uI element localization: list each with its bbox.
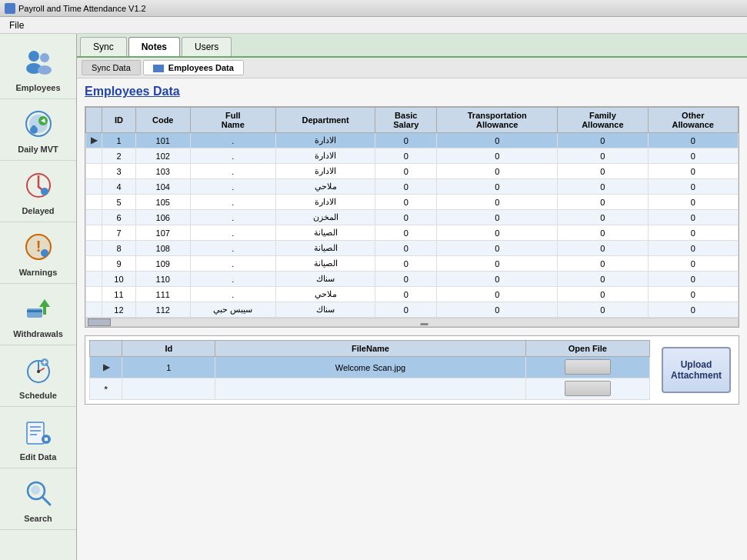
row-indicator xyxy=(86,272,102,287)
row-indicator xyxy=(86,179,102,195)
att-cell-openfile xyxy=(525,378,649,400)
cell-transportation: 0 xyxy=(437,302,558,318)
cell-basic-salary: 0 xyxy=(375,302,437,318)
cell-family: 0 xyxy=(558,195,648,210)
row-indicator xyxy=(86,256,102,272)
tab-bar: Sync Notes Users xyxy=(77,34,747,58)
cell-fullname: . xyxy=(190,133,276,148)
tab-users[interactable]: Users xyxy=(182,37,232,56)
cell-department: الصيانة xyxy=(276,241,375,256)
table-row[interactable]: 2 102 . الادارة 0 0 0 0 xyxy=(86,148,739,164)
menu-bar: File xyxy=(0,17,747,34)
cell-transportation: 0 xyxy=(437,225,558,241)
cell-id: 9 xyxy=(102,256,136,272)
table-row[interactable]: 7 107 . الصيانة 0 0 0 0 xyxy=(86,225,739,241)
tab-notes[interactable]: Notes xyxy=(128,37,180,56)
file-menu[interactable]: File xyxy=(3,18,30,32)
sidebar-item-schedule[interactable]: Schedule xyxy=(0,345,76,407)
sidebar-item-warnings[interactable]: ! Warnings xyxy=(0,222,76,284)
col-indicator xyxy=(86,108,102,133)
sidebar-item-search[interactable]: Search xyxy=(0,468,76,530)
cell-other: 0 xyxy=(648,241,738,256)
open-file-button[interactable] xyxy=(565,359,611,375)
svg-rect-8 xyxy=(32,125,35,132)
attachment-row[interactable]: * xyxy=(90,378,650,400)
sidebar-item-edit-data[interactable]: Edit Data xyxy=(0,407,76,468)
cell-code: 103 xyxy=(135,164,190,179)
col-id: ID xyxy=(102,108,136,133)
cell-id: 1 xyxy=(102,133,136,148)
schedule-icon xyxy=(20,352,57,388)
cell-transportation: 0 xyxy=(437,210,558,225)
sidebar-item-delayed[interactable]: Delayed xyxy=(0,161,76,222)
cell-basic-salary: 0 xyxy=(375,179,437,195)
subtab-sync-data[interactable]: Sync Data xyxy=(82,60,141,75)
cell-transportation: 0 xyxy=(437,133,558,148)
page-title: Employees Data xyxy=(85,85,739,98)
cell-code: 102 xyxy=(135,148,190,164)
cell-id: 6 xyxy=(102,210,136,225)
table-row[interactable]: 10 110 . سناك 0 0 0 0 xyxy=(86,272,739,287)
att-cell-id: 1 xyxy=(122,357,215,378)
cell-other: 0 xyxy=(648,195,738,210)
edit-data-icon xyxy=(20,413,57,450)
employees-table-hscroll[interactable]: ▬ xyxy=(85,318,739,327)
table-row[interactable]: 8 108 . الصيانة 0 0 0 0 xyxy=(86,241,739,256)
sidebar-item-withdrawals[interactable]: Withdrawals xyxy=(0,284,76,345)
att-row-indicator: * xyxy=(90,378,122,400)
withdrawals-icon xyxy=(20,290,57,327)
cell-department: ملاحي xyxy=(276,287,375,302)
cell-id: 10 xyxy=(102,272,136,287)
cell-code: 101 xyxy=(135,133,190,148)
cell-fullname: . xyxy=(190,179,276,195)
daily-mvt-label: Daily MVT xyxy=(18,145,58,154)
table-row[interactable]: 5 105 . الادارة 0 0 0 0 xyxy=(86,195,739,210)
svg-line-35 xyxy=(42,497,50,505)
cell-transportation: 0 xyxy=(437,195,558,210)
cell-department: الادارة xyxy=(276,133,375,148)
table-row[interactable]: 4 104 . ملاحي 0 0 0 0 xyxy=(86,179,739,195)
table-row[interactable]: 9 109 . الصيانة 0 0 0 0 xyxy=(86,256,739,272)
subtab-employees-data[interactable]: Employees Data xyxy=(143,60,244,75)
cell-other: 0 xyxy=(648,225,738,241)
table-row[interactable]: ▶ 1 101 . الادارة 0 0 0 0 xyxy=(86,133,739,148)
cell-family: 0 xyxy=(558,164,648,179)
cell-basic-salary: 0 xyxy=(375,256,437,272)
cell-department: الصيانة xyxy=(276,256,375,272)
employees-data-icon xyxy=(153,65,164,72)
cell-fullname: . xyxy=(190,241,276,256)
hscroll-thumb[interactable] xyxy=(88,318,111,326)
cell-id: 2 xyxy=(102,148,136,164)
cell-basic-salary: 0 xyxy=(375,225,437,241)
delayed-icon xyxy=(20,167,57,204)
table-row[interactable]: 3 103 . الادارة 0 0 0 0 xyxy=(86,164,739,179)
cell-family: 0 xyxy=(558,148,648,164)
row-indicator xyxy=(86,302,102,318)
sidebar-item-employees[interactable]: Employees xyxy=(0,38,76,99)
title-bar: Payroll and Time Attendance V1.2 xyxy=(0,0,747,17)
table-row[interactable]: 12 112 سيبس حبي سناك 0 0 0 0 xyxy=(86,302,739,318)
cell-department: سناك xyxy=(276,302,375,318)
employees-table: ID Code FullName Department BasicSalary … xyxy=(85,107,739,318)
cell-basic-salary: 0 xyxy=(375,287,437,302)
table-row[interactable]: 11 111 . ملاحي 0 0 0 0 xyxy=(86,287,739,302)
attachment-row[interactable]: ▶ 1 Welcome Scan.jpg xyxy=(90,357,650,378)
cell-transportation: 0 xyxy=(437,241,558,256)
att-cell-filename: Welcome Scan.jpg xyxy=(215,357,525,378)
table-row[interactable]: 6 106 . المخزن 0 0 0 0 xyxy=(86,210,739,225)
cell-fullname: . xyxy=(190,210,276,225)
employees-icon xyxy=(20,44,57,81)
cell-other: 0 xyxy=(648,179,738,195)
cell-transportation: 0 xyxy=(437,287,558,302)
cell-id: 11 xyxy=(102,287,136,302)
cell-fullname: . xyxy=(190,164,276,179)
open-file-button[interactable] xyxy=(565,381,611,396)
sidebar-item-daily-mvt[interactable]: Daily MVT xyxy=(0,99,76,161)
content-area: Sync Notes Users Sync Data Employees Dat… xyxy=(77,34,747,560)
svg-point-2 xyxy=(40,53,49,62)
warnings-icon: ! xyxy=(20,228,57,265)
upload-attachment-button[interactable]: Upload Attachment xyxy=(662,347,731,393)
cell-fullname: . xyxy=(190,195,276,210)
cell-other: 0 xyxy=(648,272,738,287)
tab-sync[interactable]: Sync xyxy=(80,37,127,56)
